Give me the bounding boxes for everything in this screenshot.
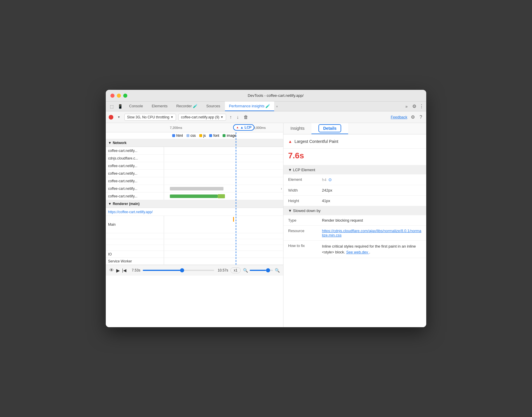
scale-8000: 8,000ms xyxy=(253,126,266,129)
import-button[interactable]: ↑ xyxy=(228,114,233,120)
table-row: cdnjs.cloudflare.c... xyxy=(106,155,283,162)
maximize-button[interactable] xyxy=(123,94,127,98)
renderer-row-label: Service Worker xyxy=(106,258,164,264)
inspect-icon[interactable]: ⊙ xyxy=(328,177,332,182)
dropdown-arrow-icon[interactable]: ▼ xyxy=(116,113,122,121)
detail-row-how-to-fix: How to fix Inline critical styles requir… xyxy=(283,241,426,258)
settings-icon[interactable]: ⚙ xyxy=(412,104,416,109)
right-panel: Insights Details ▲ Largest Contentful Pa… xyxy=(283,123,426,327)
network-bar-area xyxy=(164,155,283,162)
table-row: Main xyxy=(106,216,283,233)
legend-items: html css js font xyxy=(170,134,236,138)
table-row xyxy=(106,233,283,239)
zoom-slider[interactable] xyxy=(250,270,273,271)
element-value: h4 ⊙ xyxy=(322,177,332,182)
tab-console[interactable]: Console xyxy=(125,101,147,111)
width-value: 242px xyxy=(322,188,332,192)
timeline-scale: 7,200ms ▲ ▲ LCP 8,000ms xyxy=(164,123,283,132)
feedback-link[interactable]: Feedback xyxy=(391,115,407,119)
network-row-label: coffee-cart.netlify... xyxy=(106,170,164,177)
width-label: Width xyxy=(288,188,317,192)
network-profile-dropdown[interactable]: Slow 3G, No CPU throttling ▼ xyxy=(124,114,176,121)
renderer-row-label xyxy=(106,233,164,239)
tab-sources[interactable]: Sources xyxy=(202,101,224,111)
legend-html: html xyxy=(172,134,183,138)
legend-image: image xyxy=(223,134,236,138)
details-tab-label: Details xyxy=(318,124,341,132)
tab-elements[interactable]: Elements xyxy=(148,101,172,111)
lcp-triangle-icon: ▲ xyxy=(236,126,239,129)
devtools-window: DevTools - coffee-cart.netlify.app/ ⬚ 📱 … xyxy=(106,90,426,327)
zoom-fill xyxy=(250,270,266,271)
legend-font: font xyxy=(209,134,219,138)
zoom-in-icon[interactable]: 🔍 xyxy=(275,268,280,273)
more-options-icon[interactable]: ⋮ xyxy=(419,104,424,109)
detail-row-type: Type Render blocking request xyxy=(283,215,426,226)
zoom-out-icon[interactable]: 🔍 xyxy=(243,268,248,273)
network-collapse-icon[interactable]: ▼ xyxy=(108,141,112,145)
table-row: coffee-cart.netlify... xyxy=(106,147,283,155)
more-tabs-icon[interactable]: » xyxy=(404,102,409,111)
element-label: Element xyxy=(288,177,317,182)
chevron-down-icon: ▼ xyxy=(221,115,223,119)
help-icon[interactable]: ? xyxy=(418,114,423,120)
renderer-url-row: https://coffee-cart.netlify.app/ xyxy=(106,208,283,216)
font-dot xyxy=(209,134,212,137)
lcp-insight-header: ▲ Largest Contentful Paint xyxy=(283,134,426,149)
tab-recorder[interactable]: Recorder 🧪 xyxy=(172,101,202,111)
table-row xyxy=(106,245,283,251)
network-bar-gray xyxy=(170,187,223,190)
image-dot xyxy=(223,134,226,137)
skip-to-start-icon[interactable]: |◀ xyxy=(122,268,126,273)
lcp-element-section[interactable]: ▼ LCP Element xyxy=(283,165,426,174)
warning-triangle-icon: ▲ xyxy=(288,139,292,144)
slowed-section[interactable]: ▼ Slowed down by xyxy=(283,206,426,215)
insights-tabs: Insights Details xyxy=(283,123,426,134)
tab-details[interactable]: Details xyxy=(311,123,348,134)
network-bar-area xyxy=(164,147,283,154)
tab-performance-insights[interactable]: Performance insights 🧪 xyxy=(225,101,274,111)
renderer-collapse-icon[interactable]: ▼ xyxy=(108,202,112,206)
screenshot-icon[interactable]: 👁 xyxy=(109,268,114,273)
delete-button[interactable]: 🗑 xyxy=(242,114,249,120)
renderer-row-label: Main xyxy=(106,216,164,233)
tab-insights[interactable]: Insights xyxy=(283,123,311,134)
zoom-controls: 🔍 🔍 xyxy=(243,268,280,273)
close-button[interactable] xyxy=(110,94,114,98)
lcp-badge: ▲ ▲ LCP xyxy=(233,124,254,131)
left-panel: 7,200ms ▲ ▲ LCP 8,000ms xyxy=(106,123,283,327)
legend-js: js xyxy=(199,134,206,138)
network-bar-small xyxy=(218,194,225,198)
network-bar-area xyxy=(164,177,283,185)
zoom-thumb[interactable] xyxy=(266,268,270,272)
export-button[interactable]: ↓ xyxy=(235,114,240,120)
scrubber-thumb[interactable] xyxy=(180,268,184,272)
see-webdev-link[interactable]: See web.dev xyxy=(346,250,369,254)
settings-gear-icon[interactable]: ⚙ xyxy=(410,114,416,120)
tab-dropdown[interactable]: coffee-cart.netlify.app (9) ▼ xyxy=(178,114,226,121)
timeline-scrubber[interactable] xyxy=(143,270,214,271)
record-button[interactable] xyxy=(109,115,113,120)
minimize-button[interactable] xyxy=(117,94,121,98)
html-dot xyxy=(172,134,175,137)
cursor-icon[interactable]: ⬚ xyxy=(108,102,115,111)
renderer-row-label xyxy=(106,245,164,250)
renderer-url-link[interactable]: https://coffee-cart.netlify.app/ xyxy=(108,210,153,214)
network-bar-area: › xyxy=(164,185,283,192)
table-row: Service Worker xyxy=(106,258,283,265)
detail-row-resource: Resource https://cdnjs.cloudflare.com/aj… xyxy=(283,226,426,241)
renderer-row-label: IO xyxy=(106,251,164,257)
chevron-right-icon[interactable]: › xyxy=(281,187,282,191)
detail-row-width: Width 242px xyxy=(283,185,426,196)
speed-badge[interactable]: x1 xyxy=(230,267,241,273)
resource-link[interactable]: https://cdnjs.cloudflare.com/ajax/libs/n… xyxy=(322,229,422,237)
device-icon[interactable]: 📱 xyxy=(116,102,124,111)
element-tag: h4 xyxy=(322,178,327,182)
traffic-lights xyxy=(110,94,127,98)
resource-value: https://cdnjs.cloudflare.com/ajax/libs/n… xyxy=(322,229,422,237)
tab-close-icon[interactable]: × xyxy=(276,105,278,108)
legend-css: css xyxy=(186,134,196,138)
network-row-label: coffee-cart.netlify... xyxy=(106,177,164,185)
play-button[interactable]: ▶ xyxy=(116,268,120,273)
current-time: 7.53s xyxy=(129,268,140,272)
